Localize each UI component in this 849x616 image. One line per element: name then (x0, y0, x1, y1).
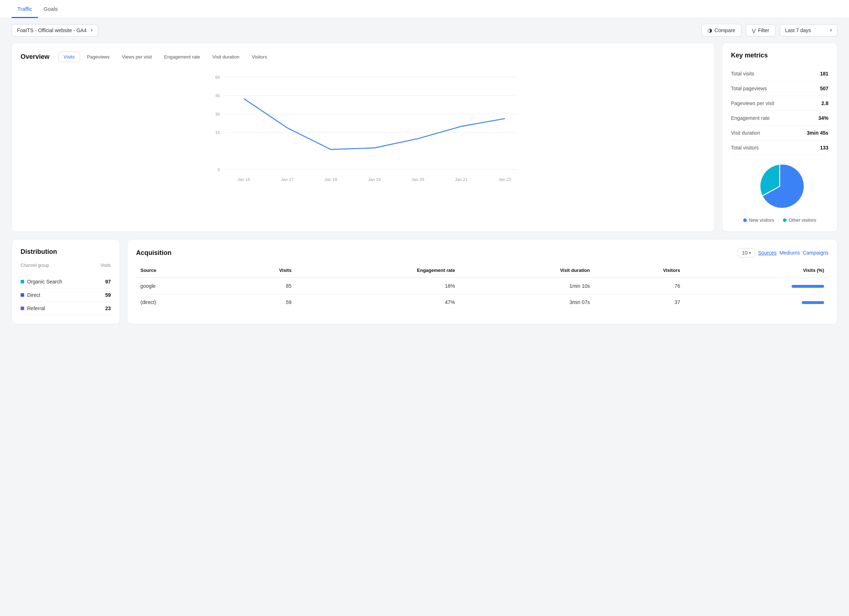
visitors-direct: 37 (594, 294, 684, 310)
acquisition-table: Source Visits Engagement rate Visit dura… (136, 265, 828, 310)
svg-text:Jan 20: Jan 20 (411, 177, 424, 182)
svg-text:0: 0 (217, 167, 220, 172)
eng-rate-direct: 47% (296, 294, 460, 310)
table-header-row: Source Visits Engagement rate Visit dura… (136, 265, 828, 278)
organic-dot (21, 280, 24, 283)
visitors-google: 76 (594, 278, 684, 294)
acquisition-title: Acquisition (136, 249, 735, 257)
svg-text:Jan 18: Jan 18 (325, 177, 338, 182)
metrics-title: Key metrics (731, 52, 828, 59)
site-name: FoaITS - Official website - GA4 (17, 27, 86, 33)
col-visits: Visits (222, 265, 296, 278)
new-visitors-dot (743, 218, 747, 222)
duration-direct: 3min 07s (460, 294, 594, 310)
dist-item-direct: Direct 59 (21, 288, 111, 302)
distribution-card: Distribution Channel group Visits Organi… (12, 239, 120, 324)
svg-text:Jan 21: Jan 21 (455, 177, 468, 182)
filter-icon: ⋁ (752, 28, 756, 33)
bar-google (684, 278, 828, 294)
pie-legend: New visitors Other visitors (743, 217, 816, 223)
chart-svg: 60 45 30 15 0 Jan 16 Jan 17 Jan 18 Jan 1… (21, 69, 706, 185)
tab-engagement-rate[interactable]: Engagement rate (159, 52, 206, 62)
pie-chart (754, 161, 805, 212)
line-chart: 60 45 30 15 0 Jan 16 Jan 17 Jan 18 Jan 1… (21, 69, 706, 185)
svg-text:60: 60 (215, 75, 220, 79)
source-direct: (direct) (136, 294, 222, 310)
chevron-down-icon: ▾ (830, 28, 832, 33)
svg-text:Jan 16: Jan 16 (237, 177, 250, 182)
other-visitors-dot (783, 218, 786, 222)
main-content: Overview Visits Pageviews Views per visi… (0, 43, 849, 336)
acquisition-count-selector[interactable]: 10 ▾ (738, 248, 755, 258)
link-mediums[interactable]: Mediums (779, 250, 800, 256)
eng-rate-google: 18% (296, 278, 460, 294)
overview-tab-group: Visits Pageviews Views per visit Engagem… (58, 52, 273, 62)
distribution-header: Channel group Visits (21, 263, 111, 271)
overview-title: Overview (21, 53, 49, 61)
tab-visitors[interactable]: Visitors (246, 52, 272, 62)
referral-dot (21, 307, 24, 310)
key-metrics-card: Key metrics Total visits 181 Total pagev… (722, 43, 837, 232)
compare-icon: ◑ (708, 27, 712, 34)
tab-visit-duration[interactable]: Visit duration (207, 52, 245, 62)
acquisition-card: Acquisition 10 ▾ Sources Mediums Campaig… (127, 239, 837, 324)
chevron-down-icon: ▾ (91, 28, 93, 33)
toolbar: FoaITS - Official website - GA4 ▾ ◑ Comp… (0, 18, 849, 43)
legend-new-visitors: New visitors (743, 217, 774, 223)
tab-traffic[interactable]: Traffic (12, 0, 38, 18)
tab-goals[interactable]: Goals (38, 0, 64, 18)
top-navigation: Traffic Goals (0, 0, 849, 18)
direct-dot (21, 293, 24, 297)
table-row: (direct) 59 47% 3min 07s 37 (136, 294, 828, 310)
source-google: google (136, 278, 222, 294)
svg-text:30: 30 (215, 112, 220, 116)
visits-direct: 59 (222, 294, 296, 310)
tab-pageviews[interactable]: Pageviews (82, 52, 115, 62)
tab-views-per-visit[interactable]: Views per visit (116, 52, 157, 62)
legend-other-visitors: Other visitors (783, 217, 816, 223)
link-campaigns[interactable]: Campaigns (803, 250, 828, 256)
top-row: Overview Visits Pageviews Views per visi… (12, 43, 837, 232)
svg-text:45: 45 (215, 93, 220, 98)
svg-text:Jan 22: Jan 22 (499, 177, 511, 182)
duration-google: 1min 10s (460, 278, 594, 294)
overview-header: Overview Visits Pageviews Views per visi… (21, 52, 706, 62)
date-range-selector[interactable]: Last 7 days ▾ (780, 24, 837, 36)
link-sources[interactable]: Sources (758, 250, 776, 256)
filter-button[interactable]: ⋁ Filter (746, 24, 775, 36)
metric-total-pageviews: Total pageviews 507 (731, 81, 828, 96)
dist-item-organic: Organic Search 97 (21, 275, 111, 288)
svg-text:Jan 17: Jan 17 (281, 177, 293, 182)
bar-direct (684, 294, 828, 310)
metric-total-visits: Total visits 181 (731, 66, 828, 81)
svg-text:15: 15 (215, 130, 220, 135)
col-source: Source (136, 265, 222, 278)
metric-visit-duration: Visit duration 3min 45s (731, 126, 828, 140)
dist-item-referral: Referral 23 (21, 302, 111, 315)
visits-google: 85 (222, 278, 296, 294)
tab-visits[interactable]: Visits (58, 52, 80, 62)
table-row: google 85 18% 1min 10s 76 (136, 278, 828, 294)
acquisition-header: Acquisition 10 ▾ Sources Mediums Campaig… (136, 248, 828, 258)
col-visits-pct: Visits (%) (684, 265, 828, 278)
col-engagement-rate: Engagement rate (296, 265, 460, 278)
bottom-row: Distribution Channel group Visits Organi… (12, 239, 837, 324)
col-visit-duration: Visit duration (460, 265, 594, 278)
compare-button[interactable]: ◑ Compare (702, 24, 742, 37)
visits-pct-bar-direct (802, 301, 824, 304)
metric-pageviews-per-visit: Pageviews per visit 2.8 (731, 96, 828, 111)
chevron-down-icon: ▾ (749, 251, 751, 255)
pie-chart-section: New visitors Other visitors (731, 161, 828, 223)
site-selector[interactable]: FoaITS - Official website - GA4 ▾ (12, 24, 98, 36)
distribution-title: Distribution (21, 248, 111, 256)
col-visitors: Visitors (594, 265, 684, 278)
metric-total-visitors: Total visitors 133 (731, 140, 828, 155)
visits-pct-bar-google (792, 285, 824, 288)
metric-engagement-rate: Engagement rate 34% (731, 111, 828, 126)
svg-text:Jan 19: Jan 19 (368, 177, 380, 182)
overview-card: Overview Visits Pageviews Views per visi… (12, 43, 715, 232)
